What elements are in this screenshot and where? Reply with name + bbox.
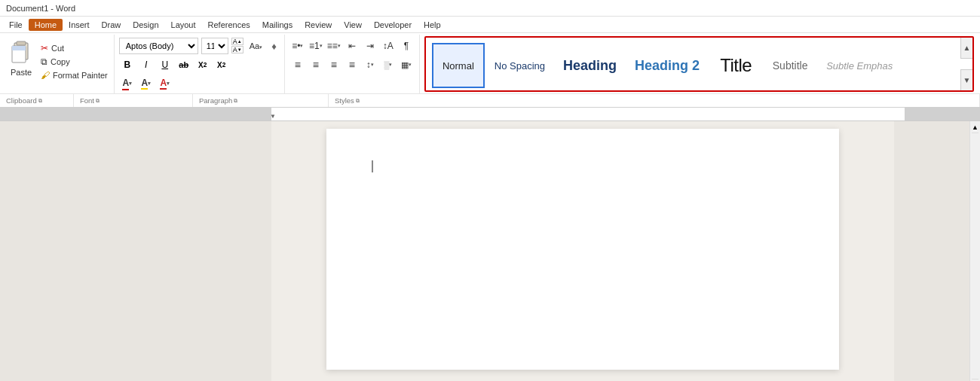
- ruler-inner: [0, 108, 980, 120]
- font-size-increase-button[interactable]: A▲: [231, 38, 243, 45]
- style-normal-label: Normal: [443, 60, 474, 72]
- menu-developer[interactable]: Developer: [368, 19, 418, 31]
- menu-view[interactable]: View: [338, 19, 368, 31]
- document-area: ▲ ▼: [0, 121, 980, 381]
- menu-home[interactable]: Home: [29, 19, 63, 31]
- styles-group-label[interactable]: Styles ⧉: [329, 94, 980, 107]
- font-size-select[interactable]: 11: [201, 38, 228, 54]
- superscript-button[interactable]: X2: [213, 56, 230, 73]
- copy-button[interactable]: ⧉ Copy: [39, 56, 109, 68]
- format-painter-icon: 🖌: [41, 70, 50, 81]
- font-color-button[interactable]: A ▾: [119, 75, 136, 92]
- align-center-button[interactable]: ≡: [308, 56, 324, 73]
- styles-scroll-down-button[interactable]: ▼: [960, 69, 972, 90]
- font-family-select[interactable]: Aptos (Body): [119, 38, 198, 54]
- borders-button[interactable]: ▦▾: [398, 56, 415, 73]
- style-no-spacing-item[interactable]: No Spacing: [486, 43, 553, 88]
- menu-design[interactable]: Design: [127, 19, 164, 31]
- text-cursor: [372, 160, 373, 172]
- format-painter-button[interactable]: 🖌 Format Painter: [39, 69, 109, 81]
- clipboard-sub-items: ✂ Cut ⧉ Copy 🖌 Format Painter: [39, 38, 109, 81]
- font-row2: B I U ab X2 X2: [119, 56, 280, 73]
- font-size-buttons: A▲ A▼: [231, 38, 243, 54]
- styles-scroll-container: Normal No Spacing Heading Heading 2 Titl…: [429, 41, 972, 90]
- style-heading2-item[interactable]: Heading 2: [626, 43, 708, 88]
- menu-draw[interactable]: Draw: [96, 19, 127, 31]
- menu-file[interactable]: File: [3, 19, 29, 31]
- ribbon-labels-row: Clipboard ⧉ Font ⧉ Paragraph ⧉ Styles ⧉: [0, 93, 980, 107]
- ruler: ▼: [0, 108, 980, 121]
- scrollbar-up-button[interactable]: ▲: [972, 121, 978, 133]
- menu-insert[interactable]: Insert: [63, 19, 96, 31]
- highlight-dropdown-icon: ▾: [148, 81, 151, 87]
- font-group-label[interactable]: Font ⧉: [74, 94, 193, 107]
- window-title: Document1 - Word: [6, 4, 75, 13]
- style-heading1-item[interactable]: Heading: [555, 43, 625, 88]
- font-row1: Aptos (Body) 11 A▲ A▼ Aa▾ ♦: [119, 38, 280, 54]
- align-left-button[interactable]: ≡: [289, 56, 306, 73]
- document-center: [271, 121, 894, 381]
- menu-review[interactable]: Review: [299, 19, 338, 31]
- italic-button[interactable]: I: [138, 56, 155, 73]
- change-case-button[interactable]: Aa▾: [247, 38, 265, 54]
- strikethrough-button[interactable]: ab: [176, 56, 192, 73]
- styles-group: Normal No Spacing Heading Heading 2 Titl…: [424, 36, 974, 92]
- ruler-tab-stop[interactable]: ▼: [270, 113, 276, 119]
- font-size-decrease-button[interactable]: A▼: [231, 46, 243, 53]
- clipboard-group-label[interactable]: Clipboard ⧉: [0, 94, 74, 107]
- font-expand-icon: ⧉: [96, 98, 100, 104]
- highlight-color-button[interactable]: A ▾: [138, 75, 155, 92]
- shading-color-button[interactable]: A ▾: [157, 75, 173, 92]
- menu-mailings[interactable]: Mailings: [256, 19, 299, 31]
- paragraph-group-label[interactable]: Paragraph ⧉: [193, 94, 329, 107]
- increase-indent-button[interactable]: ⇥: [362, 38, 378, 54]
- style-no-spacing-label: No Spacing: [495, 60, 545, 72]
- style-title-item[interactable]: Title: [709, 43, 762, 88]
- menu-layout[interactable]: Layout: [165, 19, 202, 31]
- align-right-button[interactable]: ≡: [326, 56, 342, 73]
- paste-icon: [9, 39, 33, 66]
- svg-rect-3: [12, 46, 26, 50]
- document-page[interactable]: [326, 129, 839, 370]
- copy-label: Copy: [51, 57, 70, 66]
- paragraph-expand-icon: ⧉: [234, 98, 237, 104]
- menu-references[interactable]: References: [202, 19, 256, 31]
- cut-button[interactable]: ✂ Cut: [39, 42, 109, 54]
- shading-button[interactable]: ░▾: [380, 56, 397, 73]
- style-subtle-item[interactable]: Subtle Emphas: [818, 43, 901, 88]
- ruler-active-area: [271, 108, 905, 120]
- style-subtle-label: Subtle Emphas: [826, 60, 893, 72]
- menu-help[interactable]: Help: [418, 19, 447, 31]
- subscript-button[interactable]: X2: [194, 56, 211, 73]
- styles-expand-icon: ⧉: [356, 98, 360, 104]
- clipboard-expand-icon: ⧉: [38, 98, 42, 104]
- para-row2: ≡ ≡ ≡ ≡ ↕▾ ░▾ ▦▾: [289, 56, 415, 73]
- paste-button[interactable]: Paste: [6, 38, 36, 78]
- numbering-button[interactable]: ≡1▾: [308, 38, 324, 54]
- show-marks-button[interactable]: ¶: [398, 38, 415, 54]
- bullets-button[interactable]: ≡•▾: [289, 38, 306, 54]
- shading-dropdown-icon: ▾: [167, 81, 170, 87]
- underline-button[interactable]: U: [157, 56, 173, 73]
- font-color-dropdown-icon: ▾: [129, 81, 132, 87]
- paragraph-group: ≡•▾ ≡1▾ ≡≡▾ ⇤ ⇥ ↕A ¶ ≡ ≡ ≡ ≡ ↕▾ ░▾ ▦▾: [285, 35, 420, 93]
- styles-scroll-up-button[interactable]: ▲: [960, 38, 972, 59]
- bold-button[interactable]: B: [119, 56, 136, 73]
- style-subtitle-item[interactable]: Subtitle: [764, 43, 816, 88]
- decrease-indent-button[interactable]: ⇤: [344, 38, 360, 54]
- para-row1: ≡•▾ ≡1▾ ≡≡▾ ⇤ ⇥ ↕A ¶: [289, 38, 415, 54]
- line-spacing-button[interactable]: ↕▾: [362, 56, 378, 73]
- font-group: Aptos (Body) 11 A▲ A▼ Aa▾ ♦ B I U ab X2: [115, 35, 285, 93]
- ruler-left-margin: [0, 108, 271, 120]
- document-right-margin: [894, 121, 969, 381]
- style-title-label: Title: [720, 55, 752, 76]
- sort-button[interactable]: ↕A: [380, 38, 397, 54]
- highlight-icon: A: [141, 78, 148, 90]
- cut-label: Cut: [51, 44, 64, 53]
- multilevel-list-button[interactable]: ≡≡▾: [326, 38, 342, 54]
- justify-button[interactable]: ≡: [344, 56, 360, 73]
- vertical-scrollbar[interactable]: ▲ ▼: [969, 121, 980, 381]
- clear-formatting-button[interactable]: ♦: [268, 38, 280, 54]
- ruler-right-margin: [905, 108, 980, 120]
- style-normal-item[interactable]: Normal: [432, 43, 485, 88]
